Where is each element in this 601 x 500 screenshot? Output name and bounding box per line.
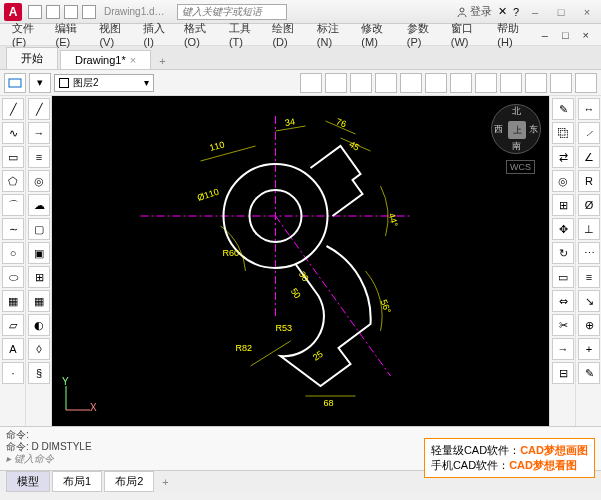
spline-icon[interactable]: ∼ (2, 218, 24, 240)
rectangle-icon[interactable]: ▭ (2, 146, 24, 168)
offset-icon[interactable]: ◎ (552, 170, 574, 192)
menu-format[interactable]: 格式(O) (178, 19, 221, 50)
array-icon[interactable]: ⊞ (552, 194, 574, 216)
open-icon[interactable] (46, 5, 60, 19)
tool-icon[interactable] (350, 73, 372, 93)
text-icon[interactable]: A (2, 338, 24, 360)
layout2-tab[interactable]: 布局2 (104, 471, 154, 492)
rotate-icon[interactable]: ↻ (552, 242, 574, 264)
tool-icon[interactable] (400, 73, 422, 93)
tool-icon[interactable] (425, 73, 447, 93)
tool-icon[interactable] (550, 73, 572, 93)
ellipse-icon[interactable]: ⬭ (2, 266, 24, 288)
layer-properties-icon[interactable] (4, 73, 26, 93)
erase-icon[interactable]: ✎ (552, 98, 574, 120)
drawing-canvas[interactable]: 110 34 76 45 44° Ø110 R60 50 R53 R82 25 … (52, 96, 549, 426)
print-icon[interactable] (82, 5, 96, 19)
tool-icon[interactable] (475, 73, 497, 93)
center-mark-icon[interactable]: + (578, 338, 600, 360)
dim-continue-icon[interactable]: ⋯ (578, 242, 600, 264)
menu-dimension[interactable]: 标注(N) (311, 19, 353, 50)
dim-radius-icon[interactable]: R (578, 170, 600, 192)
extend-icon[interactable]: → (552, 338, 574, 360)
dim-baseline-icon[interactable]: ≡ (578, 266, 600, 288)
dim-linear-icon[interactable]: ↔ (578, 98, 600, 120)
menu-tools[interactable]: 工具(T) (223, 19, 264, 50)
insert-icon[interactable]: ⊞ (28, 266, 50, 288)
arc-icon[interactable]: ⌒ (2, 194, 24, 216)
tolerance-icon[interactable]: ⊕ (578, 314, 600, 336)
menu-modify[interactable]: 修改(M) (355, 19, 398, 50)
polyline-icon[interactable]: ∿ (2, 122, 24, 144)
wipeout-icon[interactable]: ▢ (28, 218, 50, 240)
dim-edit-icon[interactable]: ✎ (578, 362, 600, 384)
view-cube[interactable]: 北 南 西 东 上 (491, 104, 541, 154)
search-input[interactable] (177, 4, 287, 20)
stretch-icon[interactable]: ⇔ (552, 290, 574, 312)
break-icon[interactable]: ⊟ (552, 362, 574, 384)
layout1-tab[interactable]: 布局1 (52, 471, 102, 492)
dim-ordinate-icon[interactable]: ⊥ (578, 218, 600, 240)
helix-icon[interactable]: § (28, 362, 50, 384)
tab-start[interactable]: 开始 (6, 47, 58, 69)
mirror-icon[interactable]: ⇄ (552, 146, 574, 168)
menu-draw[interactable]: 绘图(D) (266, 19, 308, 50)
line-icon[interactable]: ╱ (2, 98, 24, 120)
maximize-button[interactable]: □ (551, 6, 571, 18)
model-tab[interactable]: 模型 (6, 471, 50, 492)
copy-icon[interactable]: ⿻ (552, 122, 574, 144)
doc-restore-button[interactable]: □ (556, 27, 575, 43)
new-icon[interactable] (28, 5, 42, 19)
dim-diameter-icon[interactable]: Ø (578, 194, 600, 216)
tool-icon[interactable] (325, 73, 347, 93)
circle-icon[interactable]: ○ (2, 242, 24, 264)
layout-add-icon[interactable]: + (156, 476, 174, 488)
move-icon[interactable]: ✥ (552, 218, 574, 240)
tab-drawing[interactable]: Drawing1*× (60, 50, 151, 69)
menu-edit[interactable]: 编辑(E) (49, 19, 91, 50)
app-logo[interactable]: A (4, 3, 22, 21)
save-icon[interactable] (64, 5, 78, 19)
leader-icon[interactable]: ↘ (578, 290, 600, 312)
tab-add-button[interactable]: + (153, 53, 171, 69)
close-button[interactable]: × (577, 6, 597, 18)
table-icon[interactable]: ▦ (28, 290, 50, 312)
scale-icon[interactable]: ▭ (552, 266, 574, 288)
construction-line-icon[interactable]: ╱ (28, 98, 50, 120)
login-button[interactable]: 登录 (456, 4, 492, 19)
hatch-icon[interactable]: ▦ (2, 290, 24, 312)
tool-icon[interactable] (300, 73, 322, 93)
dim-angular-icon[interactable]: ∠ (578, 146, 600, 168)
menu-file[interactable]: 文件(F) (6, 19, 47, 50)
menu-param[interactable]: 参数(P) (401, 19, 443, 50)
tool-icon[interactable] (450, 73, 472, 93)
tool-icon[interactable] (525, 73, 547, 93)
trim-icon[interactable]: ✂ (552, 314, 574, 336)
menu-insert[interactable]: 插入(I) (137, 19, 175, 50)
exchange-icon[interactable]: ✕ (498, 5, 507, 18)
menu-window[interactable]: 窗口(W) (445, 19, 489, 50)
gradient-icon[interactable]: ◐ (28, 314, 50, 336)
polygon-icon[interactable]: ⬠ (2, 170, 24, 192)
revision-cloud-icon[interactable]: ☁ (28, 194, 50, 216)
boundary-icon[interactable]: ◊ (28, 338, 50, 360)
dim-aligned-icon[interactable]: ⟋ (578, 122, 600, 144)
tool-icon[interactable] (575, 73, 597, 93)
menu-help[interactable]: 帮助(H) (491, 19, 533, 50)
layer-states-icon[interactable]: ▾ (29, 73, 51, 93)
donut-icon[interactable]: ◎ (28, 170, 50, 192)
help-icon[interactable]: ? (513, 6, 519, 18)
layer-dropdown[interactable]: 图层2 ▾ (54, 74, 154, 92)
tab-close-icon[interactable]: × (130, 54, 136, 66)
block-icon[interactable]: ▣ (28, 242, 50, 264)
menu-view[interactable]: 视图(V) (93, 19, 135, 50)
point-icon[interactable]: · (2, 362, 24, 384)
multiline-icon[interactable]: ≡ (28, 146, 50, 168)
ray-icon[interactable]: → (28, 122, 50, 144)
doc-close-button[interactable]: × (577, 27, 595, 43)
minimize-button[interactable]: – (525, 6, 545, 18)
tool-icon[interactable] (375, 73, 397, 93)
region-icon[interactable]: ▱ (2, 314, 24, 336)
doc-minimize-button[interactable]: – (536, 27, 554, 43)
tool-icon[interactable] (500, 73, 522, 93)
